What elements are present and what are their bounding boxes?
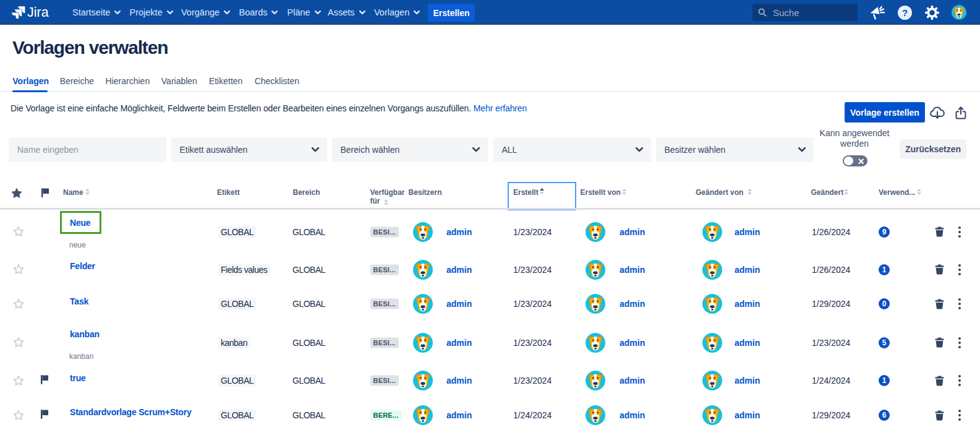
svg-text:?: ? xyxy=(902,7,908,18)
